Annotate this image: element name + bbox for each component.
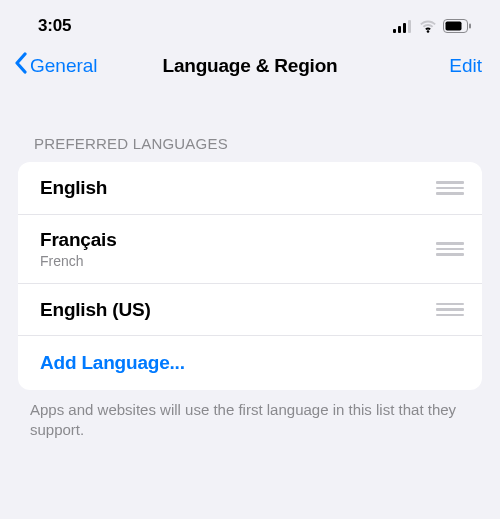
svg-rect-7 bbox=[469, 24, 471, 29]
nav-bar: General Language & Region Edit bbox=[0, 44, 500, 93]
svg-rect-6 bbox=[446, 22, 462, 31]
drag-handle-icon[interactable] bbox=[436, 242, 464, 256]
svg-rect-1 bbox=[398, 26, 401, 33]
add-language-row[interactable]: Add Language... bbox=[18, 335, 482, 390]
svg-rect-3 bbox=[408, 20, 411, 33]
language-title: English bbox=[40, 177, 107, 199]
drag-handle-icon[interactable] bbox=[436, 303, 464, 317]
back-label: General bbox=[30, 55, 98, 77]
svg-point-4 bbox=[427, 30, 430, 33]
edit-button[interactable]: Edit bbox=[449, 55, 482, 77]
svg-rect-0 bbox=[393, 29, 396, 33]
language-row[interactable]: Français French bbox=[18, 214, 482, 283]
battery-icon bbox=[443, 19, 472, 33]
status-bar: 3:05 bbox=[0, 0, 500, 44]
language-row-text: Français French bbox=[40, 229, 117, 269]
svg-rect-2 bbox=[403, 23, 406, 33]
languages-list: English Français French English (US) bbox=[18, 162, 482, 390]
chevron-left-icon bbox=[14, 52, 28, 79]
add-language-link: Add Language... bbox=[40, 352, 185, 373]
wifi-icon bbox=[419, 20, 437, 33]
status-time: 3:05 bbox=[38, 16, 71, 36]
language-title: English (US) bbox=[40, 299, 151, 321]
cellular-signal-icon bbox=[393, 20, 413, 33]
language-row[interactable]: English bbox=[18, 162, 482, 214]
preferred-languages-section: Preferred Languages English Français Fre… bbox=[0, 135, 500, 441]
page-title: Language & Region bbox=[163, 55, 338, 77]
language-row-text: English bbox=[40, 177, 107, 199]
language-subtitle: French bbox=[40, 253, 117, 269]
drag-handle-icon[interactable] bbox=[436, 181, 464, 195]
language-row-text: English (US) bbox=[40, 299, 151, 321]
section-header: Preferred Languages bbox=[0, 135, 500, 162]
status-icons bbox=[393, 19, 472, 33]
language-row[interactable]: English (US) bbox=[18, 283, 482, 335]
back-button[interactable]: General bbox=[14, 52, 98, 79]
section-footer: Apps and websites will use the first lan… bbox=[0, 390, 500, 441]
language-title: Français bbox=[40, 229, 117, 251]
